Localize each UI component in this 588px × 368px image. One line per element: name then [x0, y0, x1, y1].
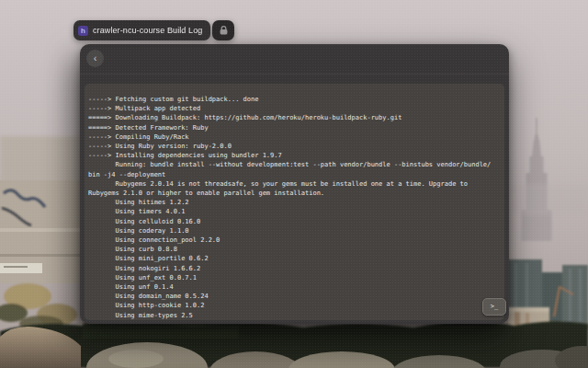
log-line: Using celluloid 0.16.0 — [88, 217, 501, 226]
log-line: bin -j4 --deployment — [88, 170, 501, 179]
log-line: Using domain_name 0.5.24 — [88, 292, 501, 301]
log-line: Using http-cookie 1.0.2 — [88, 301, 501, 310]
lock-icon — [219, 26, 229, 35]
log-line: =====> Downloading Buildpack: https://gi… — [88, 113, 501, 122]
log-line: Using nokogiri 1.6.6.2 — [88, 264, 501, 273]
log-line: -----> Multipack app detected — [88, 104, 501, 113]
window-header: ‹ — [80, 44, 509, 75]
chevron-left-icon: ‹ — [86, 51, 104, 66]
log-line: -----> Installing dependencies using bun… — [88, 151, 501, 160]
heroku-icon: h — [78, 26, 88, 36]
log-line: Using unf_ext 0.0.7.1 — [88, 273, 501, 282]
log-line: Using timers 4.0.1 — [88, 207, 501, 216]
log-line: Using unf 0.1.4 — [88, 282, 501, 292]
lock-button[interactable] — [212, 20, 234, 40]
graffiti-wall — [0, 136, 81, 283]
haze-band — [507, 184, 588, 215]
log-line: -----> Compiling Ruby/Rack — [88, 132, 501, 142]
log-line: Using mini_portile 0.6.2 — [88, 254, 501, 263]
log-line: =====> Detected Framework: Ruby — [88, 123, 501, 132]
log-line: Using coderay 1.1.0 — [88, 226, 501, 236]
build-log-terminal[interactable]: -----> Fetching custom git buildpack... … — [85, 84, 504, 320]
tab-title: crawler-ncu-course Build Log — [93, 26, 202, 35]
open-terminal-button[interactable]: >_ — [482, 298, 506, 316]
back-button[interactable]: ‹ — [86, 50, 104, 67]
log-line: Using mime-types 2.5 — [88, 311, 501, 320]
log-line: Rubygems 2.0.14 is not threadsafe, so yo… — [88, 179, 501, 189]
build-log-window: ‹ -----> Fetching custom git buildpack..… — [80, 44, 509, 324]
log-line: -----> Using Ruby version: ruby-2.0.0 — [88, 142, 501, 151]
tab-bar: h crawler-ncu-course Build Log — [74, 20, 234, 40]
log-line: Running: bundle install --without develo… — [88, 160, 501, 169]
log-line: Using curb 0.8.8 — [88, 245, 501, 254]
log-line: Rubygems 2.1.0 or higher to enable paral… — [88, 189, 501, 198]
build-log-tab[interactable]: h crawler-ncu-course Build Log — [74, 20, 210, 40]
terminal-log: -----> Fetching custom git buildpack... … — [88, 95, 501, 320]
skyline-empire-state — [522, 118, 552, 241]
log-line: Using connection_pool 2.2.0 — [88, 236, 501, 245]
log-line: -----> Fetching custom git buildpack... … — [88, 95, 501, 104]
log-line: Using hitimes 1.2.2 — [88, 198, 501, 207]
terminal-prompt-icon: >_ — [491, 303, 498, 310]
